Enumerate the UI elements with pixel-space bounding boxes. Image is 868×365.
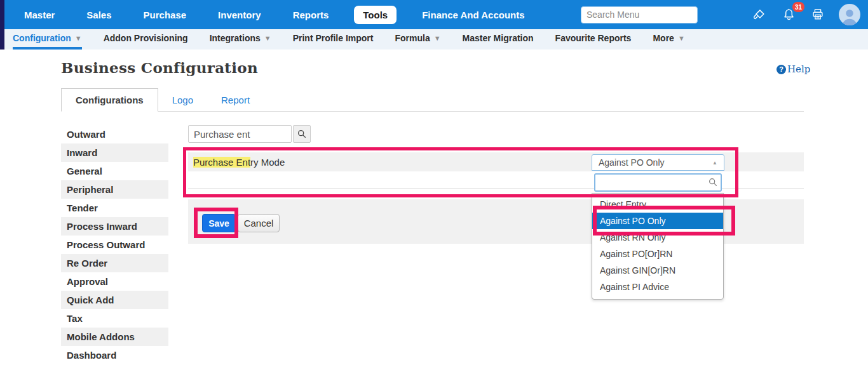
sidebar-item[interactable]: Process Inward (61, 217, 168, 236)
sidebar-item[interactable]: Peripheral (61, 180, 168, 199)
subnav-item[interactable]: More ▼ (653, 29, 684, 50)
sidebar-item[interactable]: Tax (61, 309, 168, 328)
sidebar-item[interactable]: Quick Add (61, 291, 168, 309)
save-button[interactable]: Save (202, 214, 236, 232)
subnav-item[interactable]: Print Profile Import ▼ (293, 29, 374, 50)
subnav-item[interactable]: Master Migration ▼ (463, 29, 534, 50)
top-menu-item[interactable]: Master (18, 6, 61, 24)
dropdown-search (594, 173, 722, 192)
user-avatar[interactable] (839, 4, 860, 25)
topbar-icons: 31 (751, 4, 868, 25)
top-menu-item[interactable]: Purchase (137, 6, 193, 24)
sidebar-item[interactable]: Approval (61, 272, 168, 291)
subnav-item[interactable]: Integrations ▼ (210, 29, 271, 50)
sidebar-item[interactable]: Mobile Addons (61, 328, 168, 346)
top-menu-item[interactable]: Finance And Accounts (416, 6, 531, 24)
top-menu-item[interactable]: Tools (354, 6, 397, 24)
tab[interactable]: Configurations (61, 88, 158, 112)
top-menu-item[interactable]: Reports (287, 6, 336, 24)
config-filter-input[interactable] (188, 125, 292, 143)
help-link[interactable]: ? Help (776, 63, 810, 75)
setting-label-rest: ry Mode (250, 157, 285, 168)
sidebar-item[interactable]: General (61, 162, 168, 180)
config-filter-search-button[interactable] (293, 125, 311, 143)
tab[interactable]: Report (207, 88, 264, 111)
tab[interactable]: Logo (158, 88, 207, 111)
chevron-down-icon: ▼ (264, 35, 271, 42)
subnav-item[interactable]: Configuration ▼ (13, 29, 82, 50)
top-menu: Master Sales Purchase Inventory Reports … (18, 6, 531, 24)
dropdown-search-input[interactable] (594, 173, 722, 192)
chevron-down-icon: ▼ (434, 35, 441, 42)
tab-bar: Configurations Logo Report (61, 88, 804, 112)
config-filter (188, 125, 311, 143)
configuration-sidebar: Outward Inward General Peripheral Tender… (61, 125, 168, 364)
search-icon (708, 177, 718, 187)
dropdown-option[interactable]: Direct Entry (592, 196, 723, 213)
dropdown-option[interactable]: Against RN Only (592, 229, 723, 246)
dropdown-options-list: Direct Entry Against PO Only Against RN … (592, 193, 724, 300)
subnav-item[interactable]: Addon Provisioning ▼ (104, 29, 188, 50)
search-match-highlight: Purchase Ent (193, 157, 250, 168)
subnav-item[interactable]: Favourite Reports ▼ (555, 29, 632, 50)
left-edge-strip (0, 0, 4, 50)
page-title: Business Configuration (61, 59, 258, 76)
top-navigation-bar: Master Sales Purchase Inventory Reports … (0, 0, 868, 29)
cancel-button[interactable]: Cancel (238, 214, 280, 232)
notification-count-badge: 31 (792, 2, 804, 12)
top-menu-item[interactable]: Sales (80, 6, 118, 24)
sidebar-item[interactable]: Dashboard (61, 346, 168, 364)
purchase-entry-mode-select[interactable]: Against PO Only ▲ (592, 154, 724, 171)
chevron-down-icon: ▼ (75, 35, 82, 42)
dropdown-option[interactable]: Against PO Only (592, 213, 723, 229)
top-menu-item[interactable]: Inventory (212, 6, 268, 24)
chevron-down-icon: ▼ (678, 35, 685, 42)
chevron-up-icon: ▲ (712, 160, 717, 166)
sidebar-item[interactable]: Process Outward (61, 236, 168, 254)
dropdown-option[interactable]: Against PO[Or]RN (592, 246, 723, 262)
secondary-navigation-bar: Configuration ▼ Addon Provisioning ▼ Int… (0, 29, 868, 50)
dropdown-option[interactable]: Against PI Advice (592, 279, 723, 295)
sidebar-item[interactable]: Outward (61, 125, 168, 143)
printer-icon[interactable] (810, 6, 826, 23)
subnav-item[interactable]: Formula ▼ (395, 29, 440, 50)
sidebar-item[interactable]: Re Order (61, 254, 168, 272)
sidebar-item[interactable]: Tender (61, 199, 168, 217)
help-question-icon: ? (776, 65, 786, 74)
theme-brush-icon[interactable] (751, 6, 768, 23)
sidebar-item[interactable]: Inward (61, 143, 168, 162)
search-menu-input[interactable] (581, 6, 698, 23)
notifications-bell-icon[interactable]: 31 (780, 6, 797, 23)
dropdown-option[interactable]: Against GIN[Or]RN (592, 262, 723, 279)
